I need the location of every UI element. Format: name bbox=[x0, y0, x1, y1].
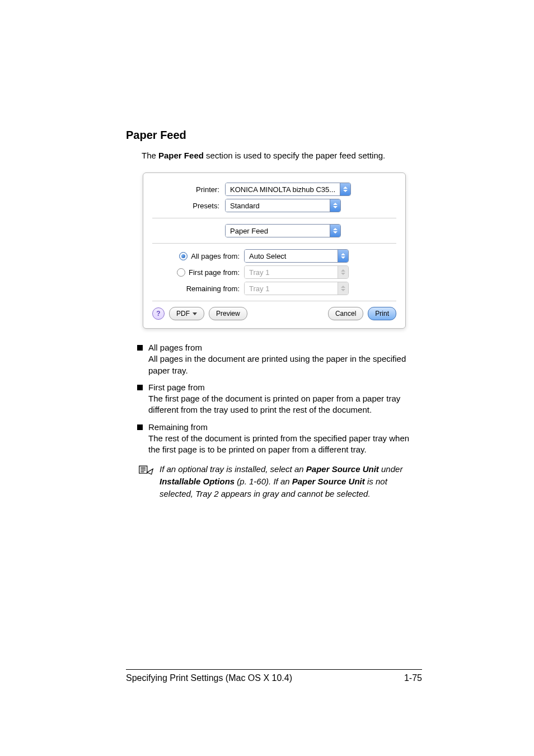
note-text: If an optional tray is installed, select… bbox=[160, 463, 422, 500]
print-dialog: Printer: KONICA MINOLTA bizhub C35... Pr… bbox=[143, 172, 406, 329]
presets-select[interactable]: Standard bbox=[225, 199, 341, 212]
section-select-value: Paper Feed bbox=[226, 225, 330, 237]
note-seg: (p. 1-60). If an bbox=[235, 477, 292, 486]
footer-left: Specifying Print Settings (Mac OS X 10.4… bbox=[126, 673, 292, 683]
divider bbox=[152, 301, 396, 301]
list-item-desc: All pages in the document are printed us… bbox=[148, 353, 422, 376]
first-page-label: First page from: bbox=[189, 268, 240, 277]
first-page-select: Tray 1 bbox=[244, 265, 349, 279]
section-select[interactable]: Paper Feed bbox=[225, 224, 341, 237]
intro-text: The Paper Feed section is used to specif… bbox=[142, 151, 422, 160]
list-item: First page from The first page of the do… bbox=[137, 382, 422, 416]
intro-pre: The bbox=[142, 151, 158, 160]
updown-icon bbox=[338, 266, 348, 278]
first-page-radio[interactable] bbox=[177, 268, 185, 277]
page-footer: Specifying Print Settings (Mac OS X 10.4… bbox=[126, 669, 422, 683]
section-heading: Paper Feed bbox=[126, 129, 422, 142]
all-pages-label: All pages from: bbox=[191, 252, 240, 260]
updown-icon bbox=[330, 225, 340, 237]
bullet-icon bbox=[137, 385, 143, 390]
print-button[interactable]: Print bbox=[368, 307, 396, 320]
footer-right: 1-75 bbox=[404, 673, 422, 683]
list-item-desc: The rest of the document is printed from… bbox=[148, 433, 422, 456]
pdf-button[interactable]: PDF bbox=[169, 307, 204, 320]
remaining-select: Tray 1 bbox=[244, 282, 349, 295]
remaining-select-value: Tray 1 bbox=[245, 282, 338, 295]
intro-bold: Paper Feed bbox=[158, 151, 204, 160]
list-item-title: First page from bbox=[148, 382, 422, 393]
note: If an optional tray is installed, select… bbox=[138, 463, 422, 500]
bullet-icon bbox=[137, 424, 143, 430]
option-description-list: All pages from All pages in the document… bbox=[137, 342, 422, 455]
bullet-icon bbox=[137, 345, 143, 351]
note-bold: Paper Source Unit bbox=[292, 477, 365, 486]
list-item-desc: The first page of the document is printe… bbox=[148, 393, 422, 416]
first-page-select-value: Tray 1 bbox=[245, 266, 338, 278]
note-seg: under bbox=[379, 464, 403, 474]
presets-label: Presets: bbox=[152, 202, 225, 210]
note-bold: Paper Source Unit bbox=[306, 464, 379, 474]
presets-select-value: Standard bbox=[226, 199, 330, 212]
list-item-title: All pages from bbox=[148, 342, 422, 353]
intro-post: section is used to specify the paper fee… bbox=[204, 151, 385, 160]
printer-label: Printer: bbox=[152, 185, 225, 194]
updown-icon bbox=[330, 199, 340, 212]
all-pages-select-value: Auto Select bbox=[245, 250, 338, 262]
list-item-title: Remaining from bbox=[148, 422, 422, 433]
updown-icon bbox=[338, 282, 348, 295]
cancel-button[interactable]: Cancel bbox=[328, 307, 363, 320]
list-item: All pages from All pages in the document… bbox=[137, 342, 422, 376]
note-bold: Installable Options bbox=[160, 477, 235, 486]
divider bbox=[152, 243, 396, 244]
pdf-button-label: PDF bbox=[176, 310, 190, 318]
note-seg: If an optional tray is installed, select… bbox=[160, 464, 306, 474]
list-item: Remaining from The rest of the document … bbox=[137, 422, 422, 456]
remaining-label: Remaining from: bbox=[186, 284, 240, 293]
printer-select-value: KONICA MINOLTA bizhub C35... bbox=[226, 183, 340, 195]
help-button[interactable]: ? bbox=[152, 307, 165, 320]
updown-icon bbox=[338, 250, 348, 262]
all-pages-radio[interactable] bbox=[179, 252, 188, 260]
printer-select[interactable]: KONICA MINOLTA bizhub C35... bbox=[225, 183, 351, 196]
all-pages-select[interactable]: Auto Select bbox=[244, 249, 349, 263]
updown-icon bbox=[340, 183, 350, 195]
preview-button[interactable]: Preview bbox=[209, 307, 247, 320]
note-icon bbox=[138, 464, 154, 500]
divider bbox=[152, 218, 396, 218]
